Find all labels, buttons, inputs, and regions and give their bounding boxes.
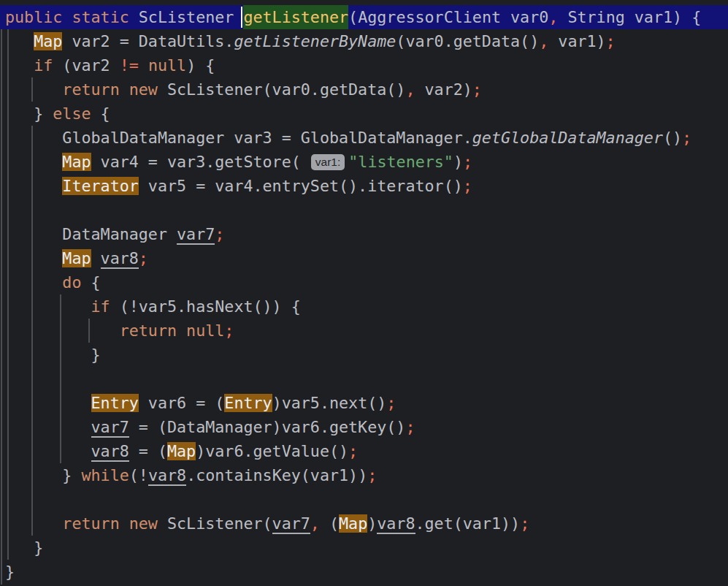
plain-text [5, 32, 34, 50]
code-line[interactable]: if (var2 != null) { [0, 53, 728, 77]
highlighted-identifier: Map [339, 514, 367, 533]
code-line[interactable]: public static ScListener getListener(Agg… [0, 5, 728, 29]
punctuation: , [405, 80, 415, 99]
reassigned-variable: var7 [272, 514, 310, 534]
code-line[interactable]: if (!var5.hasNext()) { [0, 294, 728, 319]
plain-text: (var2 [53, 56, 119, 75]
code-line[interactable]: Map var2 = DataUtils.getListenerByName(v… [0, 29, 728, 53]
code-editor[interactable]: public static ScListener getListener(Agg… [0, 0, 728, 586]
plain-text: (! [129, 466, 148, 484]
keyword: if [34, 56, 53, 75]
keyword: public static [5, 8, 139, 26]
punctuation: ; [463, 177, 472, 195]
plain-text: ScListener( [158, 514, 272, 533]
keyword: return [62, 514, 119, 533]
plain-text: var4 = var3.getStore( [91, 153, 310, 171]
plain-text [5, 177, 62, 195]
plain-text [139, 56, 148, 75]
code-line[interactable]: } [0, 536, 728, 560]
code-line[interactable]: var7 = (DataManager)var6.getKey(); [0, 415, 728, 439]
string-literal: "listeners" [348, 153, 453, 171]
text-caret [241, 7, 242, 28]
plain-text [5, 80, 62, 99]
punctuation: ; [386, 394, 396, 412]
inlay-hint-parameter[interactable]: var1: [311, 154, 345, 170]
punctuation: ; [224, 321, 234, 340]
code-line[interactable]: } [0, 560, 728, 584]
reassigned-variable: var7 [177, 225, 215, 245]
code-line[interactable]: } [0, 343, 728, 367]
plain-text: } [5, 104, 53, 123]
plain-text [5, 321, 120, 340]
plain-text [5, 273, 62, 292]
plain-text: = ( [129, 442, 167, 460]
code-line[interactable]: return new ScListener(var0.getData(), va… [0, 77, 728, 102]
plain-text: var5 = var4.entrySet().iterator() [139, 177, 463, 195]
code-line[interactable]: } else { [0, 102, 728, 126]
highlighted-identifier: Map [62, 249, 91, 267]
plain-text: } [5, 466, 81, 484]
code-line[interactable]: Map var4 = var3.getStore( var1:"listener… [0, 150, 728, 174]
code-line[interactable]: DataManager var7; [0, 222, 728, 246]
plain-text [177, 321, 186, 340]
plain-text: ( [320, 514, 339, 533]
reassigned-variable: var8 [377, 514, 415, 534]
plain-text: DataManager [5, 225, 177, 243]
keyword: new [129, 514, 158, 533]
highlighted-identifier: Iterator [62, 177, 138, 195]
code-line[interactable] [0, 367, 728, 391]
plain-text [5, 249, 62, 267]
reassigned-variable: var7 [91, 418, 129, 438]
plain-text [5, 514, 62, 533]
plain-text: var2) [415, 80, 472, 99]
punctuation: ; [215, 225, 224, 243]
plain-text: .containsKey(var1)) [186, 466, 367, 484]
plain-text: { [91, 104, 110, 123]
punctuation: ; [472, 80, 482, 99]
plain-text: (AggressorClient var0 [348, 8, 548, 26]
reassigned-variable: var8 [101, 249, 139, 269]
code-line[interactable]: var8 = (Map)var6.getValue(); [0, 439, 728, 463]
plain-text [120, 80, 129, 99]
code-line[interactable] [0, 198, 728, 222]
code-line[interactable]: Map var8; [0, 246, 728, 270]
static-method-call: getGlobalDataManager [472, 129, 663, 147]
plain-text: var6 = ( [139, 394, 225, 412]
punctuation: ; [367, 466, 377, 484]
plain-text [5, 418, 91, 436]
plain-text: ScListener [139, 8, 244, 26]
code-line[interactable] [0, 487, 728, 511]
code-line[interactable]: } while(!var8.containsKey(var1)); [0, 463, 728, 487]
plain-text: { [81, 273, 100, 292]
code-line[interactable]: do { [0, 270, 728, 294]
code-line[interactable]: Iterator var5 = var4.entrySet().iterator… [0, 174, 728, 198]
plain-text: .get(var1)) [415, 514, 521, 533]
plain-text: () [663, 129, 682, 147]
punctuation: ; [520, 514, 529, 533]
plain-text: ) { [186, 56, 215, 75]
method-declaration: getListener [243, 5, 348, 29]
plain-text: String var1) { [558, 8, 701, 26]
punctuation: , [548, 8, 558, 26]
code-line[interactable]: Entry var6 = (Entry)var5.next(); [0, 391, 728, 415]
code-line[interactable]: GlobalDataManager var3 = GlobalDataManag… [0, 126, 728, 150]
plain-text: var2 = DataUtils. [62, 32, 234, 50]
highlighted-identifier: Map [167, 442, 196, 460]
static-method-call: getListenerByName [234, 32, 396, 50]
punctuation: ; [405, 418, 415, 436]
plain-text [5, 297, 91, 316]
highlighted-identifier: Entry [91, 394, 139, 412]
code-lines: public static ScListener getListener(Agg… [0, 0, 728, 584]
keyword: if [91, 297, 110, 316]
code-line[interactable]: return null; [0, 319, 728, 343]
keyword: null [148, 56, 186, 75]
code-line[interactable]: return new ScListener(var7, (Map)var8.ge… [0, 511, 728, 536]
highlighted-identifier: Map [62, 153, 91, 171]
punctuation: , [310, 514, 320, 533]
reassigned-variable: var8 [91, 442, 129, 462]
plain-text: (var0.getData() [396, 32, 539, 50]
keyword: return [120, 321, 177, 340]
plain-text: } [5, 346, 101, 364]
plain-text: )var5.next() [272, 394, 387, 412]
plain-text: = (DataManager)var6.getKey() [129, 418, 406, 436]
